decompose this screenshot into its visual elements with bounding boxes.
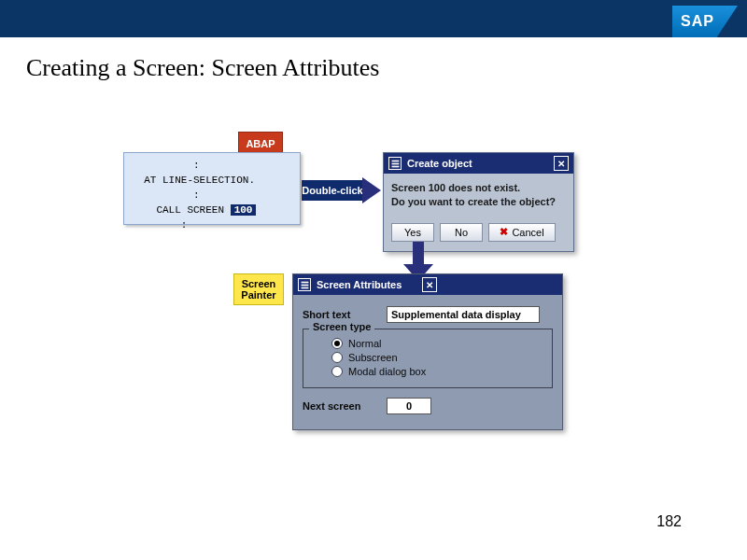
attr-dialog-body: Short text Screen type Normal Subscreen …	[293, 295, 562, 429]
code-line: :	[132, 189, 200, 201]
screen-type-group: Screen type Normal Subscreen Modal dialo…	[303, 329, 553, 388]
screen-attributes-dialog: ☰ Screen Attributes ✕ Short text Screen …	[292, 273, 563, 430]
abap-code-box: : AT LINE-SELECTION. : CALL SCREEN 100 :	[123, 152, 301, 225]
sp-tag-line1: Screen	[241, 278, 275, 289]
dialog-body: Screen 100 does not exist. Do you want t…	[384, 174, 573, 217]
dialog-msg1: Screen 100 does not exist.	[391, 181, 566, 195]
double-click-label: Double-click	[302, 180, 363, 201]
menu-icon[interactable]: ☰	[388, 157, 402, 170]
code-line: AT LINE-SELECTION.	[132, 175, 255, 186]
group-title: Screen type	[309, 321, 374, 332]
close-icon[interactable]: ✕	[422, 277, 437, 292]
radio-icon	[331, 352, 343, 363]
close-icon[interactable]: ✕	[554, 156, 569, 171]
screen-painter-tag: Screen Painter	[233, 273, 284, 305]
radio-subscreen[interactable]: Subscreen	[331, 352, 543, 363]
menu-icon[interactable]: ☰	[298, 278, 311, 291]
arrow-down-icon	[413, 242, 424, 266]
attr-dialog-titlebar: ☰ Screen Attributes ✕	[293, 274, 562, 295]
arrow-right-icon	[362, 177, 381, 203]
dialog-title: Create object	[407, 158, 472, 169]
short-text-label: Short text	[303, 309, 377, 320]
code-line: :	[132, 219, 187, 231]
dialog-titlebar: ☰ Create object ✕	[384, 153, 573, 174]
short-text-input[interactable]	[387, 306, 540, 323]
dialog-msg2: Do you want to create the object?	[391, 195, 566, 209]
next-screen-label: Next screen	[303, 400, 377, 412]
attr-dialog-title: Screen Attributes	[317, 279, 402, 290]
sap-logo: SAP	[672, 6, 738, 37]
radio-label: Normal	[348, 338, 381, 349]
radio-label: Subscreen	[348, 352, 398, 363]
cancel-x-icon: ✖	[500, 226, 508, 238]
page-title: Creating a Screen: Screen Attributes	[26, 54, 747, 82]
screen-number: 100	[231, 204, 257, 216]
radio-modal[interactable]: Modal dialog box	[331, 366, 543, 377]
sap-logo-text: SAP	[681, 13, 714, 30]
radio-icon	[331, 366, 343, 377]
no-button[interactable]: No	[440, 223, 483, 242]
radio-label: Modal dialog box	[348, 366, 426, 377]
code-line: CALL SCREEN	[132, 204, 231, 216]
yes-button[interactable]: Yes	[391, 223, 434, 242]
next-screen-input[interactable]	[387, 398, 431, 414]
cancel-button[interactable]: ✖ Cancel	[488, 223, 556, 242]
sp-tag-line2: Painter	[241, 289, 275, 301]
create-object-dialog: ☰ Create object ✕ Screen 100 does not ex…	[383, 152, 574, 252]
page-number: 182	[656, 513, 682, 530]
header-bar: SAP	[0, 0, 747, 37]
radio-normal[interactable]: Normal	[331, 338, 543, 349]
radio-icon	[331, 338, 343, 349]
cancel-label: Cancel	[512, 227, 543, 238]
diagram-canvas: ABAP : AT LINE-SELECTION. : CALL SCREEN …	[112, 126, 635, 453]
code-line: :	[132, 160, 200, 171]
